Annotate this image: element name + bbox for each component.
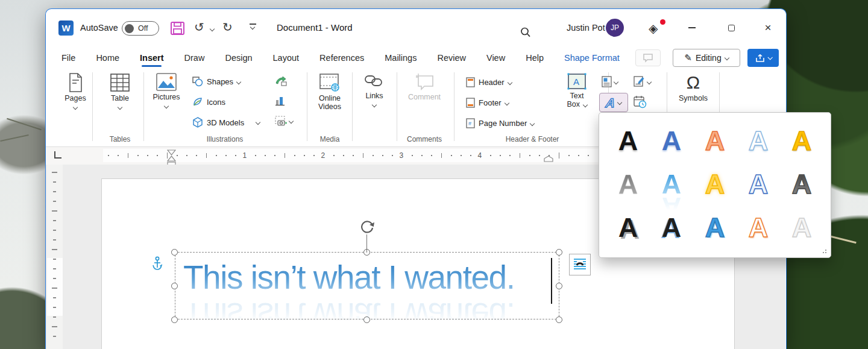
resize-handle-top-left[interactable] [171, 249, 178, 256]
tab-home[interactable]: Home [95, 49, 120, 66]
icons-button[interactable]: Icons [192, 96, 225, 107]
svg-text:#: # [468, 121, 471, 127]
header-button[interactable]: Header [466, 77, 512, 87]
customize-quick-access-toolbar-button[interactable] [250, 24, 257, 29]
vertical-ruler[interactable] [47, 165, 63, 349]
wordart-style-black-gray-shadow[interactable]: A [606, 206, 650, 249]
page-number-label: Page Number [479, 119, 527, 128]
tab-layout[interactable]: Layout [272, 49, 300, 66]
qat-chevron-icon [250, 24, 255, 29]
wordart-style-white-orange-outline[interactable]: A [737, 206, 780, 249]
wordart-style-gradient-blue-reflection[interactable]: AA [650, 162, 693, 206]
wordart-style-blue-bevel[interactable]: A [693, 206, 737, 249]
tab-help[interactable]: Help [525, 49, 544, 66]
wordart-style-white-blue-double-outline[interactable]: A [737, 162, 780, 206]
tab-shape-format[interactable]: Shape Format [564, 49, 620, 66]
chart-button[interactable] [275, 95, 286, 106]
resize-handle-top-right[interactable] [556, 249, 562, 256]
resize-handle-bottom-left[interactable] [171, 316, 178, 323]
3d-models-chevron-icon [256, 120, 260, 125]
undo-button[interactable]: ↺ [194, 20, 204, 34]
tab-draw[interactable]: Draw [184, 49, 206, 66]
3d-models-cube-icon [192, 117, 203, 128]
resize-handle-middle-right[interactable] [556, 283, 562, 289]
wordart-style-fill-orange-outline[interactable]: A [693, 119, 737, 162]
wordart-style-fill-white-blue-outline[interactable]: A [737, 119, 780, 162]
comment-label: Comment [408, 93, 441, 101]
table-label: Table [111, 94, 129, 102]
resize-handle-middle-left[interactable] [171, 283, 178, 289]
wordart-style-light-gray-subtle[interactable]: A [780, 206, 823, 249]
online-videos-button[interactable]: OnlineVideos [310, 72, 349, 111]
resize-handle-bottom-right[interactable] [556, 316, 562, 323]
wordart-button[interactable]: A [599, 93, 628, 112]
popup-resize-grip[interactable] [820, 250, 826, 254]
quick-parts-button[interactable] [602, 76, 618, 87]
table-button[interactable]: Table [101, 72, 139, 109]
wordart-style-black-blue-edge[interactable]: A [650, 206, 693, 249]
date-time-button[interactable] [634, 95, 647, 108]
table-icon [110, 72, 130, 93]
symbols-button[interactable]: Ω Symbols [674, 72, 712, 102]
tab-stop-selector[interactable] [54, 151, 61, 159]
word-app-icon[interactable]: W [58, 20, 74, 36]
text-box-chevron-icon [582, 102, 587, 107]
comments-pane-button[interactable] [635, 49, 661, 66]
wordart-style-fill-blue[interactable]: A [650, 119, 693, 162]
comment-button[interactable]: Comment [405, 72, 444, 101]
wordart-style-fill-gold[interactable]: A [780, 119, 823, 162]
rotation-handle[interactable] [359, 218, 376, 235]
horizontal-ruler[interactable]: 1234 [103, 149, 599, 162]
wordart-chevron-icon [617, 100, 622, 105]
pictures-button[interactable]: Pictures [147, 72, 186, 108]
ribbon-tabs: File Home Insert Draw Design Layout Refe… [46, 49, 620, 66]
text-box-button[interactable]: A Text Box [559, 72, 594, 108]
wordart-style-gradient-gray[interactable]: A [606, 162, 650, 206]
save-button[interactable] [170, 21, 186, 36]
account-user-name[interactable]: Justin Pot [567, 23, 605, 33]
right-indent-marker[interactable] [544, 156, 553, 162]
share-button[interactable] [747, 49, 779, 67]
account-avatar[interactable]: JP [606, 19, 624, 37]
layout-options-button[interactable] [569, 254, 591, 275]
footer-chevron-icon [504, 100, 509, 105]
maximize-button[interactable] [719, 17, 743, 38]
tab-insert[interactable]: Insert [139, 49, 165, 66]
autosave-toggle[interactable]: Off [122, 21, 159, 36]
links-button[interactable]: Links [355, 72, 394, 107]
text-box-label: Text Box [567, 92, 587, 108]
redo-button[interactable]: ↻ [222, 20, 233, 34]
screenshot-button[interactable] [275, 116, 293, 127]
tab-review[interactable]: Review [436, 49, 467, 66]
minimize-button[interactable] [680, 17, 704, 38]
wordart-style-fill-black[interactable]: A [606, 119, 650, 162]
undo-icon: ↺ [194, 20, 204, 34]
shapes-button[interactable]: Shapes [192, 77, 241, 87]
editing-mode-button[interactable]: ✎ Editing [673, 49, 740, 67]
pages-icon [66, 72, 84, 93]
pages-button[interactable]: Pages [56, 72, 95, 109]
close-button[interactable]: × [756, 17, 780, 38]
tab-file[interactable]: File [61, 49, 76, 66]
redo-icon: ↻ [222, 20, 233, 34]
3d-models-button[interactable]: 3D Models [192, 117, 260, 128]
wordart-style-gradient-silver-bevel[interactable]: A [780, 162, 823, 206]
pictures-label: Pictures [153, 93, 180, 101]
footer-button[interactable]: Footer [466, 98, 509, 108]
close-icon: × [764, 21, 771, 34]
search-button[interactable] [520, 27, 532, 39]
tab-design[interactable]: Design [224, 49, 253, 66]
smartart-button[interactable] [275, 76, 287, 86]
premium-gem-button[interactable]: ◈ [649, 21, 664, 36]
wordart-style-gold-glow[interactable]: A [693, 162, 737, 206]
wordart-text-block[interactable]: This isn’t what I wanted. This isn’t wha… [183, 256, 514, 298]
page-number-button[interactable]: # Page Number [466, 118, 534, 128]
autosave-state: Off [138, 24, 148, 33]
tab-mailings[interactable]: Mailings [384, 49, 417, 66]
wordart-icon: A [605, 96, 615, 109]
tab-references[interactable]: References [319, 49, 365, 66]
tab-view[interactable]: View [486, 49, 506, 66]
undo-dropdown-chevron-icon[interactable] [210, 27, 215, 31]
media-group-label: Media [320, 135, 340, 143]
signature-line-button[interactable] [634, 76, 651, 87]
